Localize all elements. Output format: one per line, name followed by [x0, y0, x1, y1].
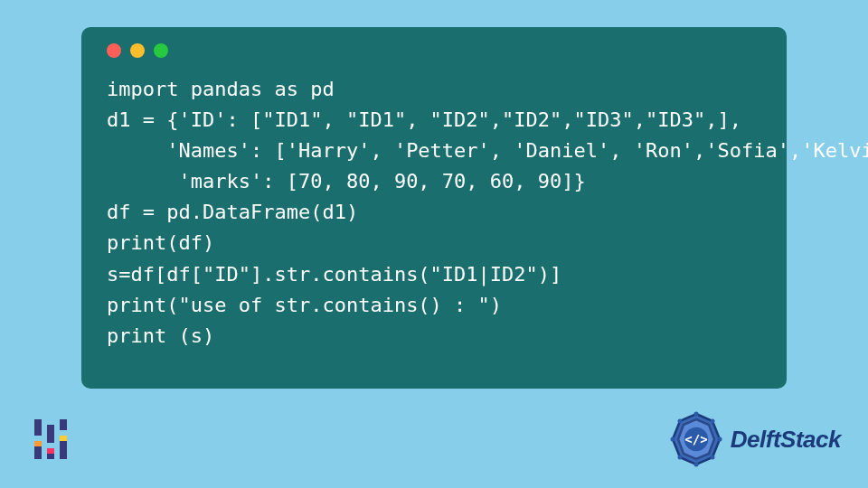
code-line: import pandas as pd [107, 78, 335, 100]
bars-logo-icon [34, 419, 74, 459]
svg-point-7 [710, 455, 714, 460]
code-line: print (s) [107, 324, 214, 347]
svg-point-6 [717, 437, 722, 442]
svg-text:</>: </> [684, 432, 707, 446]
delftstack-badge-icon: </> [667, 410, 725, 468]
delftstack-logo: </> DelftStack [667, 410, 841, 468]
svg-point-9 [677, 455, 682, 460]
close-dot-icon [107, 43, 121, 58]
svg-point-10 [670, 437, 675, 442]
code-line: 'marks': [70, 80, 90, 70, 60, 90]} [107, 170, 586, 192]
code-content: import pandas as pd d1 = {'ID': ["ID1", … [107, 74, 761, 352]
window-controls [107, 43, 761, 58]
code-window: import pandas as pd d1 = {'ID': ["ID1", … [81, 27, 787, 389]
code-line: s=df[df["ID"].str.contains("ID1|ID2")] [107, 263, 561, 286]
code-line: print(df) [107, 231, 214, 254]
minimize-dot-icon [130, 43, 145, 58]
svg-point-4 [693, 412, 698, 417]
code-line: print("use of str.contains() : ") [107, 294, 502, 316]
svg-point-8 [693, 463, 698, 467]
svg-point-11 [677, 419, 682, 424]
code-line: 'Names': ['Harry', 'Petter', 'Daniel', '… [107, 139, 868, 162]
svg-point-5 [710, 419, 714, 424]
code-line: df = pd.DataFrame(d1) [107, 201, 358, 223]
brand-name: DelftStack [731, 426, 841, 454]
code-line: d1 = {'ID': ["ID1", "ID1", "ID2","ID2","… [107, 108, 741, 131]
maximize-dot-icon [154, 43, 168, 58]
